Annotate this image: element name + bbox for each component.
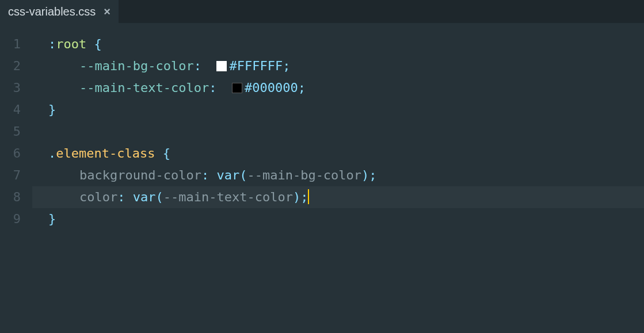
file-tab[interactable]: css-variables.css × bbox=[0, 0, 119, 23]
line-number: 5 bbox=[0, 121, 32, 143]
code-area[interactable]: :root { --main-bg-color: #FFFFFF; --main… bbox=[32, 23, 644, 230]
css-paren: ) bbox=[361, 168, 369, 182]
code-line[interactable]: --main-bg-color: #FFFFFF; bbox=[32, 55, 644, 77]
color-swatch-icon bbox=[232, 83, 242, 93]
close-icon[interactable]: × bbox=[104, 6, 110, 17]
css-property: color bbox=[79, 190, 117, 204]
css-punct: : bbox=[48, 37, 56, 51]
code-line[interactable]: .element-class { bbox=[32, 143, 644, 164]
css-function: var bbox=[216, 168, 239, 182]
css-selector: root bbox=[56, 37, 86, 51]
css-arg: --main-bg-color bbox=[247, 168, 361, 182]
css-brace: { bbox=[163, 146, 170, 160]
css-colon: : bbox=[209, 81, 216, 95]
css-colon: : bbox=[117, 190, 125, 204]
line-number: 8 bbox=[0, 186, 32, 208]
code-line[interactable]: background-color: var(--main-bg-color); bbox=[32, 164, 644, 186]
css-brace: { bbox=[94, 37, 101, 51]
code-line[interactable]: :root { bbox=[32, 33, 644, 55]
code-line[interactable]: color: var(--main-text-color); bbox=[32, 186, 644, 208]
css-brace: } bbox=[48, 212, 56, 226]
css-selector: element-class bbox=[56, 146, 155, 160]
editor[interactable]: 1 2 3 4 5 6 7 8 9 :root { --main-bg-colo… bbox=[0, 23, 644, 230]
css-property: background-color bbox=[79, 168, 201, 182]
code-line[interactable] bbox=[32, 121, 644, 143]
css-semi: ; bbox=[369, 168, 376, 182]
code-line[interactable]: --main-text-color: #000000; bbox=[32, 77, 644, 99]
tab-bar: css-variables.css × bbox=[0, 0, 644, 23]
code-line[interactable]: } bbox=[32, 208, 644, 230]
css-property: --main-bg-color bbox=[79, 59, 194, 73]
css-value: #FFFFFF bbox=[229, 59, 283, 73]
cursor-icon bbox=[308, 189, 309, 204]
css-brace: } bbox=[48, 102, 56, 117]
line-number: 4 bbox=[0, 99, 32, 121]
gutter: 1 2 3 4 5 6 7 8 9 bbox=[0, 23, 32, 230]
css-colon: : bbox=[194, 59, 201, 73]
line-number: 2 bbox=[0, 55, 32, 77]
css-semi: ; bbox=[300, 190, 308, 204]
css-arg: --main-text-color bbox=[163, 190, 293, 204]
css-value: #000000 bbox=[245, 81, 298, 95]
css-property: --main-text-color bbox=[79, 81, 209, 95]
css-semi: ; bbox=[298, 81, 306, 95]
css-paren: ( bbox=[155, 190, 163, 204]
tab-filename: css-variables.css bbox=[8, 5, 96, 18]
line-number: 3 bbox=[0, 77, 32, 99]
code-line[interactable]: } bbox=[32, 99, 644, 121]
line-number: 6 bbox=[0, 143, 32, 164]
css-paren: ( bbox=[239, 168, 247, 182]
color-swatch-icon bbox=[216, 61, 227, 71]
css-punct: . bbox=[48, 146, 56, 160]
line-number: 7 bbox=[0, 164, 32, 186]
css-colon: : bbox=[201, 168, 209, 182]
line-number: 9 bbox=[0, 208, 32, 230]
line-number: 1 bbox=[0, 33, 32, 55]
css-function: var bbox=[133, 190, 156, 204]
css-paren: ) bbox=[293, 190, 300, 204]
css-semi: ; bbox=[283, 59, 290, 73]
